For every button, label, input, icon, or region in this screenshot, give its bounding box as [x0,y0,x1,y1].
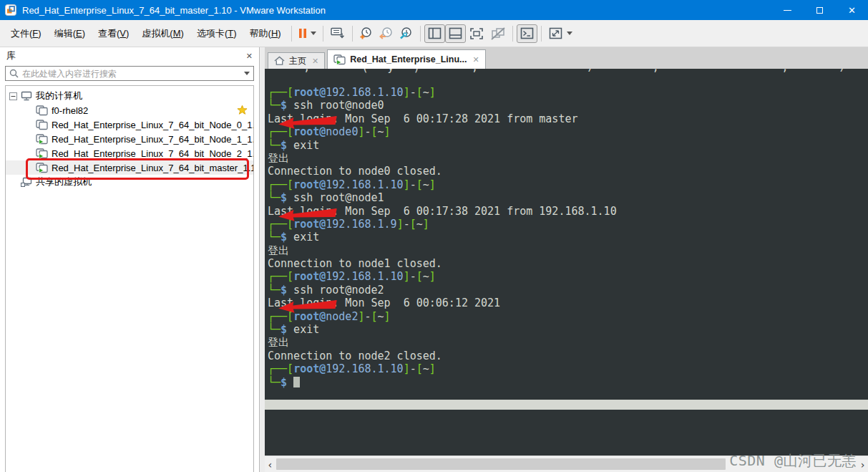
window-title: Red_Hat_Enterprise_Linux_7_64_bit_master… [22,5,326,16]
menu-file[interactable]: 文件(F) [4,25,48,42]
unity-mode-button[interactable] [487,24,509,43]
terminal-line: Connection to node1 closed. [268,257,868,270]
minimize-button[interactable] [771,0,804,20]
tree-item-node2[interactable]: Red_Hat_Enterprise_Linux_7_64_bit_Node_2… [6,146,253,160]
tree-item-master[interactable]: Red_Hat_Enterprise_Linux_7_64_bit_master… [6,160,253,175]
fit-guest-icon [548,27,563,40]
terminal-line: Last login: Mon Sep 6 00:17:28 2021 from… [268,112,868,125]
tree-item-shared-vms[interactable]: 共享的虚拟机 [6,175,253,189]
menu-edit[interactable]: 编辑(E) [48,25,92,42]
tree-item-label: 我的计算机 [36,90,82,102]
guest-taskbar [265,400,868,410]
vm-icon [36,105,48,116]
power-pause-button[interactable] [296,24,319,43]
toggle-library-panel-button[interactable] [424,24,445,43]
vmware-logo-icon [5,4,16,16]
menu-toolbar: 文件(F) 编辑(E) 查看(V) 虚拟机(M) 选项卡(T) 帮助(H) [0,20,868,47]
terminal-line: ┌──[root@192.168.1.10]-[~] [268,362,868,375]
tree-item-my-computer[interactable]: 我的计算机 [6,89,253,103]
tab-home[interactable]: 主页 ✕ [268,52,325,69]
console-view-button[interactable] [517,24,537,43]
ctrl-alt-del-icon [330,27,346,40]
snapshot-manage-icon [399,27,414,40]
shared-vm-icon [21,177,32,188]
library-close-icon[interactable]: ✕ [246,52,253,60]
tree-item-f0-rhel82[interactable]: f0-rhel82 [6,103,253,117]
menu-vm[interactable]: 虚拟机(M) [135,25,190,42]
library-search[interactable] [5,66,254,81]
menu-tabs[interactable]: 选项卡(T) [190,25,243,42]
terminal-line: 登出 [268,336,868,349]
tab-label: 主页 [289,55,306,67]
tab-label: Red_Hat_Enterprise_Linu... [350,54,467,64]
tab-vm-master[interactable]: Red_Hat_Enterprise_Linu... ✕ [327,49,485,69]
close-button[interactable]: ✕ [836,0,868,20]
tree-item-label: Red_Hat_Enterprise_Linux_7_64_bit_Node_2… [52,148,254,159]
terminal-line: 登出 [268,152,868,165]
tab-bar: 主页 ✕ Red_Hat_Enterprise_Linu... ✕ [265,47,868,69]
toolbar-separator [541,26,542,42]
terminal-line: └─$ ssh root@node2 [268,284,868,297]
snapshot-take-icon [359,27,374,40]
terminal-cursor [293,377,300,387]
vm-running-icon [36,148,48,159]
scrollbar-thumb[interactable] [276,458,726,470]
terminal-line: └─$ [268,376,868,389]
terminal-line: 登出 [268,244,868,257]
toggle-thumbnail-bar-button[interactable] [445,24,466,43]
tree-item-node1[interactable]: Red_Hat_Enterprise_Linux_7_64_bit_Node_1… [6,132,253,146]
fullscreen-icon [469,27,484,41]
search-input[interactable] [22,69,240,79]
maximize-button[interactable] [804,0,836,20]
vm-console[interactable]: , ( y ) , ' / , ' , / , ┌──[root@192.168… [265,69,868,472]
toolbar-separator [512,26,513,42]
vmware-workstation-window: Red_Hat_Enterprise_Linux_7_64_bit_master… [0,0,868,472]
tree-item-label: Red_Hat_Enterprise_Linux_7_64_bit_master… [52,163,254,173]
tab-close-icon[interactable]: ✕ [472,55,479,64]
tree-item-node0[interactable]: Red_Hat_Enterprise_Linux_7_64_bit_Node_0… [6,117,253,132]
terminal-clipped-line: , ( y ) , ' / , ' , / , [265,69,868,74]
terminal-line: └─$ exit [268,323,868,336]
terminal-line: └─$ ssh root@node0 [268,99,868,112]
vm-icon [36,120,48,130]
tree-item-label: Red_Hat_Enterprise_Linux_7_64_bit_Node_1… [52,134,254,145]
revert-snapshot-button[interactable] [376,24,396,43]
terminal-line: └─$ exit [268,139,868,152]
horizontal-scrollbar[interactable]: ‹ › [265,456,868,472]
menu-help[interactable]: 帮助(H) [243,25,288,42]
vm-running-icon [36,163,48,173]
favorite-star-icon[interactable] [237,105,248,115]
terminal-line: ┌──[root@192.168.1.10]-[~] [268,178,868,191]
scroll-left-icon[interactable]: ‹ [265,456,275,472]
toolbar-separator [352,26,353,42]
close-icon: ✕ [848,6,856,15]
vm-running-icon [36,134,48,145]
maximize-icon [816,7,823,14]
library-panel-title: 库 [6,49,16,62]
tab-close-icon[interactable]: ✕ [312,57,318,66]
collapse-minus-icon[interactable] [9,92,17,100]
search-dropdown-caret-icon [244,72,250,75]
fit-guest-button[interactable] [545,24,575,43]
ctrl-alt-del-button[interactable] [327,24,348,43]
vm-tree: 我的计算机 f0-rhel82 Red_Hat_Enterprise_Linux… [5,85,254,472]
tree-item-label: 共享的虚拟机 [36,175,92,188]
terminal-line: └─$ exit [268,231,868,244]
scroll-right-icon[interactable]: › [857,456,868,472]
terminal-line: ┌──[root@192.168.1.10]-[~] [268,86,868,99]
library-panel: 库 ✕ 我的计算机 f0- [0,47,260,472]
home-icon [274,56,285,66]
minimize-icon [784,10,791,11]
fullscreen-button[interactable] [466,24,487,43]
terminal-line: ┌──[root@192.168.1.10]-[~] [268,270,868,283]
manage-snapshots-button[interactable] [396,24,416,43]
console-view-icon [520,27,535,40]
toolbar-separator [291,26,292,42]
menu-view[interactable]: 查看(V) [92,25,135,42]
take-snapshot-button[interactable] [356,24,376,43]
unity-mode-icon [490,27,506,41]
library-panel-toggle-icon [427,27,442,40]
computer-icon [21,91,32,101]
search-icon [9,69,19,78]
toolbar-separator [420,26,421,42]
